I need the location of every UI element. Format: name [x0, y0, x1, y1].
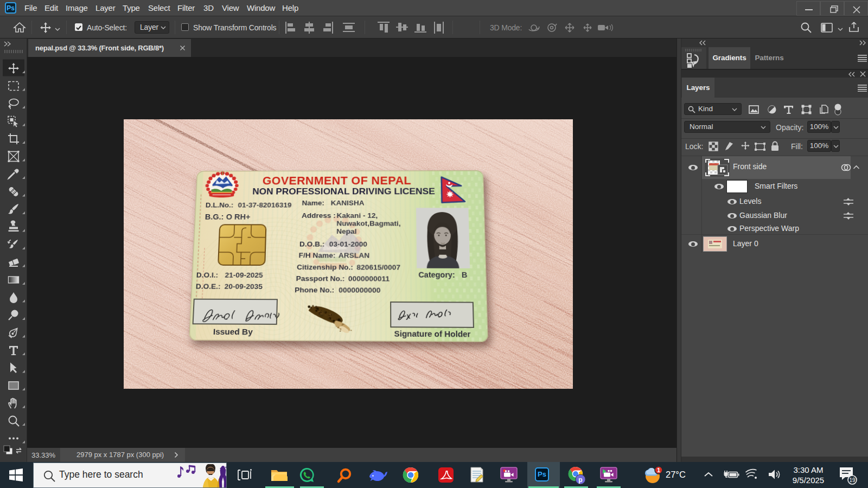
svg-text:NON PROFESSIONAL DRIVING LICEN: NON PROFESSIONAL DRIVING LICENSE	[252, 186, 435, 196]
svg-text:Category:: Category:	[418, 271, 455, 279]
svg-text:1: 1	[657, 467, 660, 473]
svg-text:01-37-82016319: 01-37-82016319	[238, 201, 291, 209]
svg-text:F/H Name:: F/H Name:	[298, 251, 335, 260]
svg-text:Kakani - 12,: Kakani - 12,	[336, 211, 378, 220]
svg-text:Nepal: Nepal	[336, 227, 356, 235]
svg-text:19: 19	[849, 477, 856, 483]
svg-text:B: B	[462, 271, 468, 279]
svg-text:20-09-2035: 20-09-2035	[224, 282, 263, 291]
svg-text:GOVERNMENT OF NEPAL: GOVERNMENT OF NEPAL	[262, 174, 411, 187]
svg-text:Name:: Name:	[302, 198, 324, 207]
svg-text:p: p	[578, 476, 582, 484]
svg-text:KANISHA: KANISHA	[331, 198, 365, 207]
svg-text:03-01-2000: 03-01-2000	[329, 240, 367, 248]
svg-text:0000000000: 0000000000	[339, 286, 380, 294]
svg-text:21-09-2025: 21-09-2025	[225, 271, 263, 279]
svg-text:Passport No.:: Passport No.:	[296, 274, 344, 283]
svg-text:Citizenship No.:: Citizenship No.:	[297, 263, 353, 272]
svg-text:D.O.E.:: D.O.E.:	[196, 282, 221, 291]
svg-text:D.L.No.:: D.L.No.:	[206, 201, 234, 209]
svg-text:B.G.:: B.G.:	[205, 213, 224, 221]
svg-text:D.O.B.:: D.O.B.:	[299, 240, 325, 248]
svg-text:Issued By: Issued By	[213, 327, 253, 337]
svg-text:ARSLAN: ARSLAN	[339, 251, 369, 260]
svg-text:D.O.I.:: D.O.I.:	[196, 271, 219, 279]
svg-text:Address :: Address :	[302, 211, 336, 220]
svg-text:Nuwakot,Bagmati,: Nuwakot,Bagmati,	[336, 219, 400, 227]
svg-text:820615/0007: 820615/0007	[356, 263, 400, 272]
svg-text:0000000011: 0000000011	[348, 274, 390, 283]
svg-text:O RH+: O RH+	[226, 213, 250, 221]
svg-text:Phone No.:: Phone No.:	[295, 286, 334, 294]
svg-text:Signature of Holder: Signature of Holder	[394, 329, 471, 339]
